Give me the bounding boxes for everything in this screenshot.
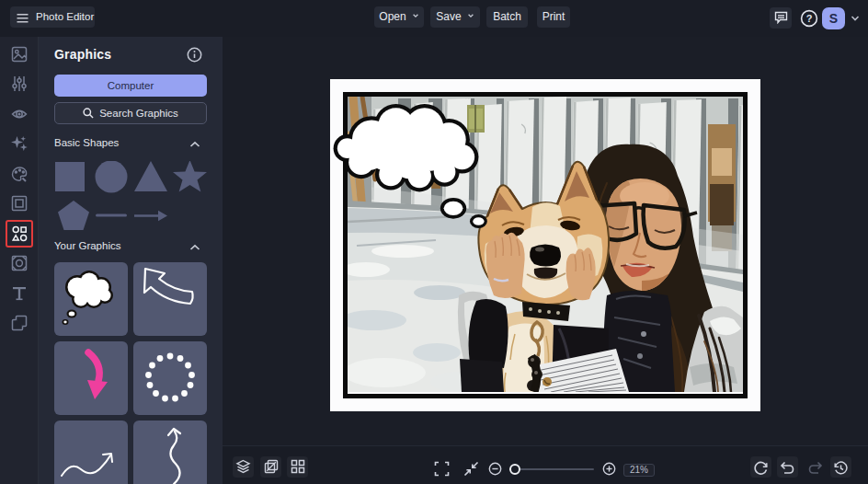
svg-text:?: ? <box>806 13 813 24</box>
